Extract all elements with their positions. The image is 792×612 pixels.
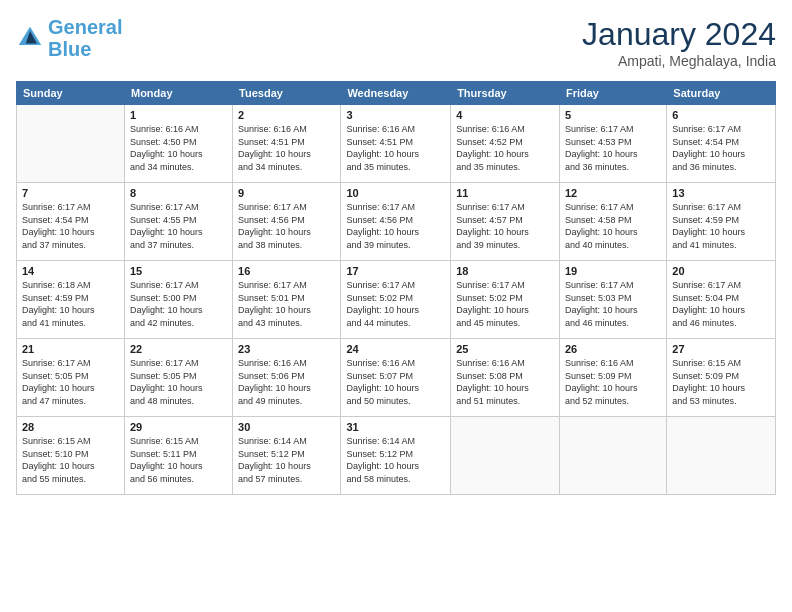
month-year: January 2024 xyxy=(582,16,776,53)
calendar-cell: 11Sunrise: 6:17 AM Sunset: 4:57 PM Dayli… xyxy=(451,183,560,261)
calendar-cell: 6Sunrise: 6:17 AM Sunset: 4:54 PM Daylig… xyxy=(667,105,776,183)
day-number: 4 xyxy=(456,109,554,121)
day-number: 18 xyxy=(456,265,554,277)
location: Ampati, Meghalaya, India xyxy=(582,53,776,69)
day-info: Sunrise: 6:17 AM Sunset: 4:56 PM Dayligh… xyxy=(238,201,335,251)
day-number: 23 xyxy=(238,343,335,355)
day-info: Sunrise: 6:17 AM Sunset: 4:56 PM Dayligh… xyxy=(346,201,445,251)
day-number: 28 xyxy=(22,421,119,433)
week-row-0: 1Sunrise: 6:16 AM Sunset: 4:50 PM Daylig… xyxy=(17,105,776,183)
calendar-cell xyxy=(667,417,776,495)
day-number: 3 xyxy=(346,109,445,121)
day-info: Sunrise: 6:16 AM Sunset: 4:51 PM Dayligh… xyxy=(346,123,445,173)
header-monday: Monday xyxy=(124,82,232,105)
calendar-cell xyxy=(451,417,560,495)
week-row-2: 14Sunrise: 6:18 AM Sunset: 4:59 PM Dayli… xyxy=(17,261,776,339)
calendar-cell: 24Sunrise: 6:16 AM Sunset: 5:07 PM Dayli… xyxy=(341,339,451,417)
day-number: 12 xyxy=(565,187,661,199)
day-number: 9 xyxy=(238,187,335,199)
calendar-cell: 16Sunrise: 6:17 AM Sunset: 5:01 PM Dayli… xyxy=(233,261,341,339)
day-number: 10 xyxy=(346,187,445,199)
calendar-cell: 10Sunrise: 6:17 AM Sunset: 4:56 PM Dayli… xyxy=(341,183,451,261)
week-row-4: 28Sunrise: 6:15 AM Sunset: 5:10 PM Dayli… xyxy=(17,417,776,495)
day-info: Sunrise: 6:17 AM Sunset: 5:05 PM Dayligh… xyxy=(130,357,227,407)
logo-icon xyxy=(16,24,44,52)
day-info: Sunrise: 6:14 AM Sunset: 5:12 PM Dayligh… xyxy=(346,435,445,485)
title-block: January 2024 Ampati, Meghalaya, India xyxy=(582,16,776,69)
calendar-cell: 23Sunrise: 6:16 AM Sunset: 5:06 PM Dayli… xyxy=(233,339,341,417)
calendar-header-row: Sunday Monday Tuesday Wednesday Thursday… xyxy=(17,82,776,105)
calendar-cell: 5Sunrise: 6:17 AM Sunset: 4:53 PM Daylig… xyxy=(559,105,666,183)
calendar-cell xyxy=(559,417,666,495)
day-info: Sunrise: 6:16 AM Sunset: 5:06 PM Dayligh… xyxy=(238,357,335,407)
calendar-cell: 22Sunrise: 6:17 AM Sunset: 5:05 PM Dayli… xyxy=(124,339,232,417)
day-info: Sunrise: 6:16 AM Sunset: 4:51 PM Dayligh… xyxy=(238,123,335,173)
calendar-cell xyxy=(17,105,125,183)
day-info: Sunrise: 6:16 AM Sunset: 5:07 PM Dayligh… xyxy=(346,357,445,407)
day-info: Sunrise: 6:17 AM Sunset: 4:57 PM Dayligh… xyxy=(456,201,554,251)
day-number: 20 xyxy=(672,265,770,277)
day-number: 27 xyxy=(672,343,770,355)
day-info: Sunrise: 6:17 AM Sunset: 5:00 PM Dayligh… xyxy=(130,279,227,329)
day-info: Sunrise: 6:17 AM Sunset: 4:54 PM Dayligh… xyxy=(22,201,119,251)
day-number: 1 xyxy=(130,109,227,121)
day-info: Sunrise: 6:15 AM Sunset: 5:10 PM Dayligh… xyxy=(22,435,119,485)
week-row-3: 21Sunrise: 6:17 AM Sunset: 5:05 PM Dayli… xyxy=(17,339,776,417)
day-number: 14 xyxy=(22,265,119,277)
header-tuesday: Tuesday xyxy=(233,82,341,105)
calendar-table: Sunday Monday Tuesday Wednesday Thursday… xyxy=(16,81,776,495)
calendar-cell: 3Sunrise: 6:16 AM Sunset: 4:51 PM Daylig… xyxy=(341,105,451,183)
header-friday: Friday xyxy=(559,82,666,105)
day-number: 7 xyxy=(22,187,119,199)
day-number: 2 xyxy=(238,109,335,121)
day-number: 6 xyxy=(672,109,770,121)
day-info: Sunrise: 6:17 AM Sunset: 5:04 PM Dayligh… xyxy=(672,279,770,329)
page: General Blue January 2024 Ampati, Meghal… xyxy=(0,0,792,612)
calendar-cell: 28Sunrise: 6:15 AM Sunset: 5:10 PM Dayli… xyxy=(17,417,125,495)
day-number: 5 xyxy=(565,109,661,121)
day-info: Sunrise: 6:17 AM Sunset: 4:55 PM Dayligh… xyxy=(130,201,227,251)
day-number: 25 xyxy=(456,343,554,355)
day-number: 16 xyxy=(238,265,335,277)
calendar-cell: 27Sunrise: 6:15 AM Sunset: 5:09 PM Dayli… xyxy=(667,339,776,417)
calendar-cell: 26Sunrise: 6:16 AM Sunset: 5:09 PM Dayli… xyxy=(559,339,666,417)
day-info: Sunrise: 6:17 AM Sunset: 5:02 PM Dayligh… xyxy=(456,279,554,329)
calendar-cell: 31Sunrise: 6:14 AM Sunset: 5:12 PM Dayli… xyxy=(341,417,451,495)
day-number: 15 xyxy=(130,265,227,277)
day-number: 8 xyxy=(130,187,227,199)
day-number: 26 xyxy=(565,343,661,355)
day-info: Sunrise: 6:15 AM Sunset: 5:09 PM Dayligh… xyxy=(672,357,770,407)
calendar-cell: 1Sunrise: 6:16 AM Sunset: 4:50 PM Daylig… xyxy=(124,105,232,183)
day-info: Sunrise: 6:17 AM Sunset: 4:53 PM Dayligh… xyxy=(565,123,661,173)
calendar-cell: 13Sunrise: 6:17 AM Sunset: 4:59 PM Dayli… xyxy=(667,183,776,261)
header-sunday: Sunday xyxy=(17,82,125,105)
header-saturday: Saturday xyxy=(667,82,776,105)
day-number: 11 xyxy=(456,187,554,199)
logo-text: General Blue xyxy=(48,16,122,60)
header: General Blue January 2024 Ampati, Meghal… xyxy=(16,16,776,69)
calendar-cell: 20Sunrise: 6:17 AM Sunset: 5:04 PM Dayli… xyxy=(667,261,776,339)
day-info: Sunrise: 6:17 AM Sunset: 5:03 PM Dayligh… xyxy=(565,279,661,329)
day-info: Sunrise: 6:16 AM Sunset: 4:52 PM Dayligh… xyxy=(456,123,554,173)
day-number: 31 xyxy=(346,421,445,433)
day-info: Sunrise: 6:17 AM Sunset: 5:05 PM Dayligh… xyxy=(22,357,119,407)
calendar-cell: 15Sunrise: 6:17 AM Sunset: 5:00 PM Dayli… xyxy=(124,261,232,339)
day-info: Sunrise: 6:14 AM Sunset: 5:12 PM Dayligh… xyxy=(238,435,335,485)
calendar-cell: 18Sunrise: 6:17 AM Sunset: 5:02 PM Dayli… xyxy=(451,261,560,339)
day-info: Sunrise: 6:16 AM Sunset: 5:09 PM Dayligh… xyxy=(565,357,661,407)
calendar-cell: 19Sunrise: 6:17 AM Sunset: 5:03 PM Dayli… xyxy=(559,261,666,339)
day-info: Sunrise: 6:17 AM Sunset: 4:59 PM Dayligh… xyxy=(672,201,770,251)
calendar-cell: 8Sunrise: 6:17 AM Sunset: 4:55 PM Daylig… xyxy=(124,183,232,261)
calendar-cell: 12Sunrise: 6:17 AM Sunset: 4:58 PM Dayli… xyxy=(559,183,666,261)
week-row-1: 7Sunrise: 6:17 AM Sunset: 4:54 PM Daylig… xyxy=(17,183,776,261)
day-info: Sunrise: 6:16 AM Sunset: 4:50 PM Dayligh… xyxy=(130,123,227,173)
day-info: Sunrise: 6:18 AM Sunset: 4:59 PM Dayligh… xyxy=(22,279,119,329)
day-number: 21 xyxy=(22,343,119,355)
day-number: 29 xyxy=(130,421,227,433)
day-info: Sunrise: 6:16 AM Sunset: 5:08 PM Dayligh… xyxy=(456,357,554,407)
calendar-cell: 7Sunrise: 6:17 AM Sunset: 4:54 PM Daylig… xyxy=(17,183,125,261)
day-info: Sunrise: 6:15 AM Sunset: 5:11 PM Dayligh… xyxy=(130,435,227,485)
day-info: Sunrise: 6:17 AM Sunset: 5:02 PM Dayligh… xyxy=(346,279,445,329)
logo: General Blue xyxy=(16,16,122,60)
calendar-cell: 30Sunrise: 6:14 AM Sunset: 5:12 PM Dayli… xyxy=(233,417,341,495)
